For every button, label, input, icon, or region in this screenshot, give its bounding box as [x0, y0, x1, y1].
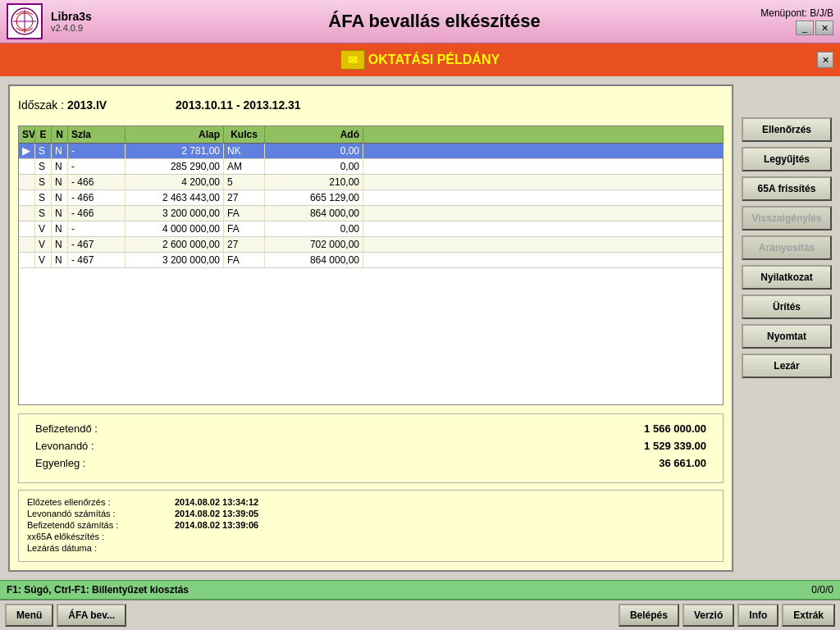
belepés-button[interactable]: Belépés: [619, 604, 679, 627]
table-row[interactable]: V N - 467 3 200 000,00 FA 864 000,00: [19, 253, 723, 268]
egyenleg-label: Egyenleg :: [35, 457, 85, 469]
nyomtat-button[interactable]: Nyomtat: [742, 324, 832, 349]
row-e: N: [52, 253, 68, 267]
row-sv: S: [35, 190, 52, 205]
extras-button[interactable]: Extrák: [782, 604, 835, 627]
aranyositas-button[interactable]: Arányosítás: [742, 235, 832, 260]
row-arrow: [19, 206, 35, 221]
menu-point-label: Menüpont:: [760, 7, 807, 19]
table-body[interactable]: ▶ S N - 2 781,00 NK 0,00 S N - 285 290,0…: [19, 144, 723, 404]
visszaigenyls-button[interactable]: Visszaigénylés: [742, 206, 832, 231]
row-alap: 3 200 000,00: [126, 253, 224, 267]
row-kulcs: FA: [224, 206, 265, 221]
row-e: N: [52, 175, 68, 189]
row-n: - 466: [68, 175, 126, 189]
table-row[interactable]: S N - 466 3 200 000,00 FA 864 000,00: [19, 206, 723, 221]
col-szla: Szla: [68, 126, 126, 143]
status-right: 0/0/0: [811, 584, 833, 596]
table-row[interactable]: S N - 466 2 463 443,00 27 665 129,00: [19, 190, 723, 206]
row-e: N: [52, 190, 68, 205]
row-sv: V: [35, 237, 52, 252]
sidebar-buttons: Ellenőrzés Legyűjtés 65A frissítés Vissz…: [742, 84, 832, 572]
row-sv: S: [35, 159, 52, 174]
title-bar-right: Menüpont: B/J/B _ ✕: [760, 7, 833, 35]
info-row: Levonandó számítás : 2014.08.02 13:39:05: [27, 509, 714, 518]
info-label: Befizetendő számítás :: [27, 520, 175, 530]
row-ado: 864 000,00: [265, 206, 363, 221]
table-row[interactable]: S N - 466 4 200,00 5 210,00: [19, 175, 723, 190]
table-row[interactable]: V N - 4 000 000,00 FA 0,00: [19, 221, 723, 237]
row-sv: V: [35, 221, 52, 236]
envelope-icon: ✉: [340, 50, 365, 70]
col-n: N: [52, 126, 68, 143]
minimize-button[interactable]: _: [796, 21, 814, 35]
row-kulcs: AM: [224, 159, 265, 174]
table-row[interactable]: ▶ S N - 2 781,00 NK 0,00: [19, 144, 723, 159]
row-kulcs: NK: [224, 144, 265, 158]
status-left: F1: Súgó, Ctrl-F1: Billentyűzet kiosztás: [7, 584, 189, 596]
row-arrow: [19, 221, 35, 236]
ellenorzes-button[interactable]: Ellenőrzés: [742, 117, 832, 142]
row-e: N: [52, 221, 68, 236]
befizetendo-row: Befizetendő : 1 566 000.00: [35, 422, 706, 435]
menu-button[interactable]: Menü: [5, 604, 53, 627]
row-ado: 210,00: [265, 175, 363, 189]
row-e: N: [52, 144, 68, 158]
row-e: N: [52, 237, 68, 252]
lezar-button[interactable]: Lezár: [742, 354, 832, 378]
row-arrow: [19, 159, 35, 174]
row-alap: 2 600 000,00: [126, 237, 224, 252]
table-row[interactable]: V N - 467 2 600 000,00 27 702 000,00: [19, 237, 723, 253]
row-kulcs: 5: [224, 175, 265, 189]
row-ado: 0,00: [265, 144, 363, 158]
row-arrow: [19, 237, 35, 252]
row-ado: 665 129,00: [265, 190, 363, 205]
row-e: N: [52, 206, 68, 221]
table-row[interactable]: S N - 285 290,00 AM 0,00: [19, 159, 723, 175]
main-title: ÁFA bevallás elkészítése: [108, 11, 760, 32]
row-alap: 4 200,00: [126, 175, 224, 189]
row-kulcs: 27: [224, 237, 265, 252]
frissites-button[interactable]: 65A frissítés: [742, 176, 832, 201]
row-arrow: [19, 175, 35, 189]
col-kulcs: Kulcs: [224, 126, 265, 143]
egyenleg-value: 36 661.00: [659, 457, 706, 469]
period-value: 2013.IV: [67, 98, 107, 112]
period-range: 2013.10.11 - 2013.12.31: [176, 98, 301, 112]
info-row: Előzetes ellenőrzés : 2014.08.02 13:34:1…: [27, 497, 714, 507]
row-sv: S: [35, 175, 52, 189]
row-n: - 466: [68, 206, 126, 221]
row-arrow: [19, 253, 35, 267]
info-label: xx65A előkészítés :: [27, 532, 175, 541]
legyujtes-button[interactable]: Legyűjtés: [742, 147, 832, 171]
urtes-button[interactable]: Ürítés: [742, 294, 832, 319]
info-label: Levonandó számítás :: [27, 509, 175, 518]
levonando-row: Levonandó : 1 529 339.00: [35, 440, 706, 452]
close-button[interactable]: ✕: [815, 21, 833, 35]
app-info: Libra3s v2.4.0.9: [51, 10, 92, 33]
period-label: Időszak :: [18, 98, 67, 112]
befizetendo-value: 1 566 000.00: [644, 422, 706, 435]
info-button[interactable]: Info: [737, 604, 778, 627]
row-kulcs: 27: [224, 190, 265, 205]
info-row: Lezárás dátuma :: [27, 543, 714, 553]
banner-close-button[interactable]: ✕: [817, 52, 833, 68]
main-panel: Időszak : 2013.IV 2013.10.11 - 2013.12.3…: [8, 84, 733, 572]
row-alap: 2 781,00: [126, 144, 224, 158]
row-n: -: [68, 144, 126, 158]
row-kulcs: FA: [224, 253, 265, 267]
row-n: - 467: [68, 237, 126, 252]
nyilatkozat-button[interactable]: Nyilatkozat: [742, 265, 832, 290]
row-sv: S: [35, 206, 52, 221]
verzio-button[interactable]: Verzió: [682, 604, 734, 627]
afa-bev-button[interactable]: ÁFA bev...: [57, 604, 126, 627]
main-area: Időszak : 2013.IV 2013.10.11 - 2013.12.3…: [0, 76, 840, 580]
col-e: E: [35, 126, 52, 143]
info-section: Előzetes ellenőrzés : 2014.08.02 13:34:1…: [18, 490, 724, 562]
menu-point-value: B/J/B: [810, 7, 833, 19]
row-ado: 0,00: [265, 221, 363, 236]
col-sv: SV: [19, 126, 35, 143]
bottom-bar: Menü ÁFA bev... Belépés Verzió Info Extr…: [0, 600, 840, 630]
period-line: Időszak : 2013.IV 2013.10.11 - 2013.12.3…: [18, 94, 724, 116]
banner: ✉ OKTATÁSI PÉLDÁNY ✕: [0, 43, 840, 76]
